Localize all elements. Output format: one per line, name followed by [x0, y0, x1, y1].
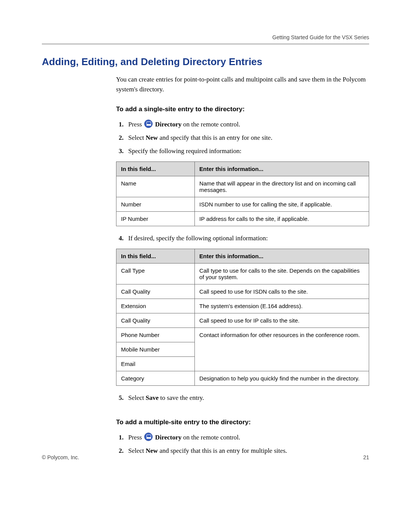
content-column: You can create entries for point-to-poin… — [116, 75, 369, 457]
step-bold: New — [146, 447, 158, 454]
table-header-info: Enter this information... — [194, 249, 369, 263]
table-cell-info: Designation to help you quickly find the… — [194, 371, 369, 385]
table-cell-info: ISDN number to use for calling the site,… — [194, 197, 369, 211]
footer-left: © Polycom, Inc. — [42, 454, 79, 460]
table-row: Call Type Call type to use for calls to … — [116, 263, 369, 284]
table-cell-info: Call speed to use for ISDN calls to the … — [194, 284, 369, 299]
step-text: Select — [128, 394, 146, 401]
table-row: Call Quality Call speed to use for IP ca… — [116, 313, 369, 328]
header-rule — [42, 43, 369, 45]
multi-site-heading: To add a multiple-site entry to the dire… — [116, 419, 369, 426]
single-site-steps: Press Directory on the remote control. S… — [116, 119, 369, 157]
table-row: Category Designation to help you quickly… — [116, 371, 369, 385]
single-site-steps-end: Select Save to save the entry. — [116, 393, 369, 404]
step-text: Select — [128, 447, 146, 454]
step-bold: New — [146, 134, 158, 141]
table-row: Phone Number Contact information for oth… — [116, 328, 369, 342]
step-bold: Save — [146, 394, 159, 401]
intro-paragraph: You can create entries for point-to-poin… — [116, 75, 369, 94]
table-cell-field: Call Quality — [116, 313, 195, 328]
table-row: Name Name that will appear in the direct… — [116, 176, 369, 197]
table-row: Call Quality Call speed to use for ISDN … — [116, 284, 369, 299]
optional-fields-table: In this field... Enter this information.… — [116, 249, 369, 386]
step-bold: Directory — [153, 121, 182, 128]
step-4: If desired, specify the following option… — [125, 233, 369, 244]
table-cell-field: Name — [116, 176, 195, 197]
page-footer: © Polycom, Inc. 21 — [42, 454, 369, 460]
step-5: Select Save to save the entry. — [125, 393, 369, 404]
table-cell-field: Category — [116, 371, 195, 385]
step-2: Select New and specify that this is an e… — [125, 133, 369, 144]
step-text: and specify that this is an entry for mu… — [158, 447, 287, 454]
table-row: Extension The system's extension (E.164 … — [116, 299, 369, 313]
table-cell-info: The system's extension (E.164 address). — [194, 299, 369, 313]
step-text: Press — [128, 121, 143, 128]
table-cell-field: Mobile Number — [116, 342, 195, 356]
table-row: Number ISDN number to use for calling th… — [116, 197, 369, 211]
running-header: Getting Started Guide for the VSX Series — [42, 34, 369, 40]
section-title: Adding, Editing, and Deleting Directory … — [42, 56, 369, 68]
multi-site-steps: Press Directory on the remote control. S… — [116, 432, 369, 457]
directory-icon — [144, 120, 153, 128]
table-header-field: In this field... — [116, 249, 195, 263]
table-header-field: In this field... — [116, 161, 195, 176]
table-cell-field: Email — [116, 356, 195, 371]
required-fields-table: In this field... Enter this information.… — [116, 161, 369, 226]
step-text: to save the entry. — [159, 394, 204, 401]
single-site-heading: To add a single-site entry to the direct… — [116, 105, 369, 113]
step-bold: Directory — [153, 434, 182, 441]
step-text: on the remote control. — [182, 121, 240, 128]
table-cell-info: Contact information for other resources … — [194, 328, 369, 371]
step-1: Press Directory on the remote control. — [125, 119, 369, 130]
table-cell-field: Call Type — [116, 263, 195, 284]
document-page: Getting Started Guide for the VSX Series… — [0, 0, 411, 483]
directory-icon — [144, 433, 153, 441]
table-cell-field: Extension — [116, 299, 195, 313]
table-cell-info: Call type to use for calls to the site. … — [194, 263, 369, 284]
table-cell-field: IP Number — [116, 211, 195, 226]
single-site-steps-cont: If desired, specify the following option… — [116, 233, 369, 244]
table-cell-info: IP address for calls to the site, if app… — [194, 211, 369, 226]
table-cell-field: Number — [116, 197, 195, 211]
table-header-info: Enter this information... — [194, 161, 369, 176]
step-1: Press Directory on the remote control. — [125, 432, 369, 443]
table-cell-field: Phone Number — [116, 328, 195, 342]
table-cell-info: Call speed to use for IP calls to the si… — [194, 313, 369, 328]
step-text: on the remote control. — [182, 434, 240, 441]
step-text: and specify that this is an entry for on… — [158, 134, 272, 141]
step-3: Specify the following required informati… — [125, 146, 369, 157]
table-cell-field: Call Quality — [116, 284, 195, 299]
table-row: IP Number IP address for calls to the si… — [116, 211, 369, 226]
step-text: Press — [128, 434, 143, 441]
table-cell-info: Name that will appear in the directory l… — [194, 176, 369, 197]
step-text: Select — [128, 134, 146, 141]
footer-page-number: 21 — [363, 454, 369, 460]
